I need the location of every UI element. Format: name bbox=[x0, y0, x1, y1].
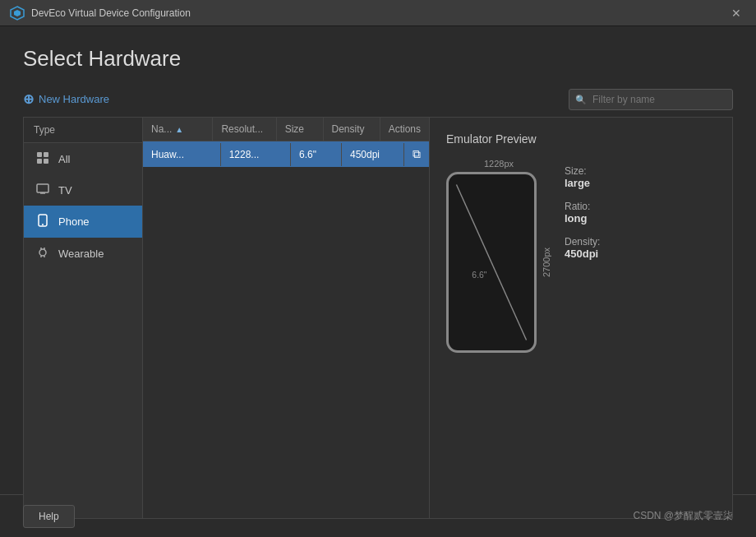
preview-title: Emulator Preview bbox=[446, 132, 716, 146]
table-panel: Na... ▲ Resolut... Size Density Actions … bbox=[142, 117, 429, 519]
deveco-logo-icon bbox=[10, 6, 25, 21]
table-header: Na... ▲ Resolut... Size Density Actions bbox=[143, 118, 429, 141]
preview-specs: Size: large Ratio: long Density: 450dpi bbox=[565, 159, 600, 503]
body-layout: Type All bbox=[23, 117, 733, 519]
type-header: Type bbox=[24, 118, 142, 143]
svg-marker-1 bbox=[14, 10, 21, 16]
px-label-right: 2700px bbox=[542, 248, 551, 277]
title-bar-left: DevEco Virtual Device Configuration bbox=[10, 6, 191, 21]
plus-circle-icon: ⊕ bbox=[23, 91, 34, 107]
td-resolution: 1228... bbox=[221, 143, 291, 166]
title-bar-title: DevEco Virtual Device Configuration bbox=[31, 7, 191, 19]
sidebar-item-all-label: All bbox=[58, 153, 70, 165]
spec-size: Size: large bbox=[565, 165, 600, 189]
spec-density: Density: 450dpi bbox=[565, 236, 600, 260]
px-label-top: 1228px bbox=[484, 159, 514, 169]
sidebar-item-wearable-label: Wearable bbox=[58, 248, 104, 260]
main-content: Select Hardware ⊕ New Hardware 🔍 Type bbox=[0, 26, 756, 494]
phone-device-preview: 6.6" bbox=[446, 172, 537, 353]
sidebar-item-tv-label: TV bbox=[58, 184, 72, 197]
search-input[interactable] bbox=[569, 89, 733, 110]
th-density: Density bbox=[324, 118, 380, 141]
svg-rect-11 bbox=[39, 249, 46, 256]
svg-rect-5 bbox=[44, 159, 48, 164]
phone-icon bbox=[35, 214, 50, 229]
watch-icon bbox=[35, 246, 50, 262]
preview-panel: Emulator Preview 1228px 6.6" 2700px bbox=[429, 117, 733, 519]
td-density: 450dpi bbox=[342, 143, 404, 166]
help-button[interactable]: Help bbox=[23, 505, 75, 528]
type-panel: Type All bbox=[23, 117, 142, 519]
title-bar: DevEco Virtual Device Configuration ✕ bbox=[0, 0, 756, 26]
sidebar-item-phone[interactable]: Phone bbox=[24, 206, 142, 238]
search-icon: 🔍 bbox=[575, 94, 587, 104]
td-size: 6.6" bbox=[291, 143, 342, 166]
sidebar-item-tv[interactable]: TV bbox=[24, 175, 142, 206]
svg-rect-6 bbox=[37, 184, 48, 192]
phone-row: 6.6" 2700px bbox=[446, 172, 551, 353]
new-hardware-label: New Hardware bbox=[39, 93, 109, 105]
sidebar-item-all[interactable]: All bbox=[24, 143, 142, 175]
svg-rect-3 bbox=[44, 152, 48, 157]
close-button[interactable]: ✕ bbox=[726, 5, 746, 21]
phone-preview-wrapper: 1228px 6.6" 2700px bbox=[446, 159, 551, 503]
td-name: Huaw... bbox=[143, 143, 221, 166]
all-icon bbox=[35, 151, 50, 167]
table-row[interactable]: Huaw... 1228... 6.6" 450dpi ⧉ bbox=[143, 141, 429, 167]
th-resolution: Resolut... bbox=[213, 118, 276, 141]
search-wrapper: 🔍 bbox=[569, 89, 733, 110]
th-actions: Actions bbox=[380, 118, 429, 141]
svg-text:6.6": 6.6" bbox=[472, 271, 486, 280]
sidebar-item-wearable[interactable]: Wearable bbox=[24, 238, 142, 270]
preview-body: 1228px 6.6" 2700px bbox=[446, 159, 716, 503]
footer-brand: CSDN @梦醒贰零壹柒 bbox=[633, 509, 733, 523]
th-name[interactable]: Na... ▲ bbox=[143, 118, 213, 141]
tv-icon bbox=[35, 183, 50, 197]
copy-icon[interactable]: ⧉ bbox=[413, 147, 421, 160]
svg-line-16 bbox=[456, 184, 526, 340]
spec-ratio: Ratio: long bbox=[565, 201, 600, 225]
page-title: Select Hardware bbox=[23, 46, 733, 72]
svg-point-10 bbox=[42, 224, 44, 225]
svg-rect-4 bbox=[37, 159, 42, 164]
sidebar-item-phone-label: Phone bbox=[58, 215, 90, 228]
new-hardware-button[interactable]: ⊕ New Hardware bbox=[23, 88, 109, 110]
td-actions: ⧉ bbox=[404, 141, 429, 167]
sort-arrow-icon: ▲ bbox=[175, 125, 183, 134]
svg-rect-2 bbox=[37, 152, 42, 157]
th-size: Size bbox=[277, 118, 324, 141]
toolbar-row: ⊕ New Hardware 🔍 bbox=[23, 88, 733, 110]
